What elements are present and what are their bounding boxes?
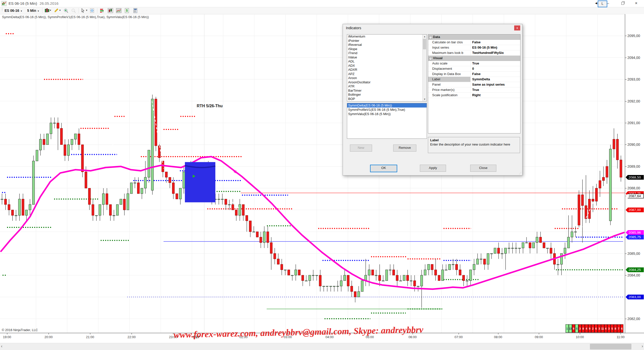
indicators-dialog[interactable]: Indicators x iMomentumiPointeriReversali… <box>343 24 522 176</box>
property-value[interactable]: SymmDelta <box>471 77 520 82</box>
instrument-dropdown[interactable]: ES 06-16▼ <box>5 8 22 13</box>
cursor-button[interactable]: ▼ <box>80 8 86 13</box>
price-axis[interactable]: 2095,002094,002093,002092,002091,002090,… <box>625 14 644 333</box>
scrollbar-thumb[interactable] <box>590 344 631 349</box>
dialog-title: Indicators <box>346 26 361 30</box>
time-tick: 11:00 <box>617 335 625 339</box>
scroll-left-icon[interactable]: ‹ <box>1 344 2 348</box>
applied-indicator-item[interactable]: SymmValu(ES 06-16 (5 Min)) <box>347 112 427 116</box>
dialog-close-button[interactable]: x <box>514 25 520 30</box>
time-tickmark <box>288 333 288 334</box>
property-value[interactable]: True <box>471 87 520 92</box>
horizontal-scrollbar[interactable]: ‹ › <box>0 343 644 350</box>
zoom-out-button[interactable] <box>71 8 76 13</box>
data-box-button[interactable] <box>90 8 95 13</box>
delta-cells-row: 11395384926311435876 <box>566 324 623 333</box>
indicator-list-item[interactable]: iSlope <box>347 47 427 51</box>
collapse-icon[interactable]: − <box>429 57 432 60</box>
property-row[interactable]: LabelSymmDelta <box>428 77 520 82</box>
delta-cell: 9 <box>572 324 575 333</box>
property-row[interactable]: Auto scaleTrue <box>428 61 520 66</box>
indicator-list-item[interactable]: ADX <box>347 64 427 68</box>
chart-analyzer-button[interactable] <box>116 8 122 13</box>
property-group-header[interactable]: −Data <box>428 34 520 40</box>
market-analyzer-button[interactable] <box>99 8 105 13</box>
indicator-list-item[interactable]: iMomentum <box>347 34 427 39</box>
applied-indicators-list[interactable]: SymmDelta(ES 06-16 (5 Min))SymmProfileV1… <box>347 103 427 139</box>
property-value[interactable]: False <box>471 40 520 45</box>
property-name: Maximum bars look b <box>428 50 471 55</box>
indicator-list-item[interactable]: BarTimer <box>347 89 427 93</box>
calculator-button[interactable] <box>133 8 138 13</box>
property-description-text: Enter the description of your new custom… <box>430 143 518 146</box>
property-row[interactable]: Scale justificationRight <box>428 93 520 98</box>
interval-dropdown[interactable]: 5 Min▼ <box>27 8 39 13</box>
indicator-list-item[interactable]: Bollinger <box>347 93 427 97</box>
property-value[interactable]: Same as input series <box>471 82 520 87</box>
indicator-list-item[interactable]: APZ <box>347 72 427 76</box>
indicator-list-item[interactable]: iReversal <box>347 43 427 47</box>
property-row[interactable]: PanelSame as input series <box>428 82 520 87</box>
indicator-list-item[interactable]: iValue <box>347 55 427 60</box>
property-row[interactable]: Input seriesES 06-16 (5 Min) <box>428 45 520 50</box>
new-button[interactable]: New <box>350 145 372 152</box>
minimize-button[interactable]: – <box>602 0 614 7</box>
applied-indicator-item[interactable]: SymmDelta(ES 06-16 (5 Min)) <box>347 103 427 108</box>
chart-window-button[interactable] <box>108 8 113 13</box>
property-group-header[interactable]: −Visual <box>428 56 520 61</box>
apply-button[interactable]: Apply <box>420 165 446 172</box>
ok-button[interactable]: OK <box>370 165 397 172</box>
indicator-list-item[interactable]: ATR <box>347 84 427 89</box>
remove-button[interactable]: Remove <box>393 145 416 152</box>
chevron-down-icon: ▼ <box>49 9 52 12</box>
property-row[interactable]: Maximum bars look bTwoHundredFiftySix <box>428 50 520 56</box>
indicator-list-item[interactable]: ADXR <box>347 68 427 72</box>
account-data-button[interactable]: $ <box>124 8 130 13</box>
delta-cell: 3 <box>578 324 582 333</box>
time-axis[interactable]: 19:0020:0021:0022:0023:005/2702:0003:000… <box>0 333 644 343</box>
toolbar-grip[interactable]: ⋮⋮ <box>1 8 2 13</box>
indicator-list-item[interactable]: iTrend <box>347 51 427 55</box>
indicator-list-item[interactable]: ADL <box>347 59 427 64</box>
property-value[interactable]: 0 <box>471 66 520 71</box>
close-window-button[interactable]: × <box>630 0 642 7</box>
property-row[interactable]: Price marker(s)True <box>428 87 520 93</box>
indicator-list-item[interactable]: iPointer <box>347 39 427 43</box>
scroll-right-icon[interactable]: › <box>642 344 643 348</box>
zoom-in-button[interactable] <box>63 8 69 13</box>
property-value[interactable]: True <box>471 61 520 66</box>
price-marker-badge: 2087,64 <box>626 194 644 198</box>
property-value[interactable]: ES 06-16 (5 Min) <box>471 45 520 50</box>
property-value[interactable]: Right <box>471 93 520 98</box>
list-scroll-thumb[interactable] <box>423 39 426 49</box>
chevron-down-icon: ▼ <box>37 10 39 12</box>
delta-cell: 4 <box>585 324 588 333</box>
chart-canvas[interactable] <box>0 14 625 333</box>
restore-button[interactable] <box>617 0 628 7</box>
dialog-resize-grip[interactable]: ⋰ <box>519 172 521 174</box>
indicator-list-item[interactable]: AroonOscillator <box>347 80 427 85</box>
collapse-icon[interactable]: − <box>429 36 432 39</box>
title-bar[interactable]: ES 06-16 (5 Min)26.05.2016 ◀ L – × <box>0 0 644 7</box>
indicator-list-item[interactable]: BOP <box>347 97 427 101</box>
property-row[interactable]: Calculate on bar closFalse <box>428 40 520 45</box>
time-tick: 03:00 <box>284 335 292 339</box>
property-row[interactable]: Displacement0 <box>428 66 520 72</box>
scroll-down-icon[interactable]: ▼ <box>423 97 427 101</box>
time-tickmark <box>498 333 498 334</box>
applied-indicator-item[interactable]: SymmProfileV1(ES 06-16 (5 Min),True) <box>347 108 427 112</box>
price-tick: 2085,00 <box>625 252 644 256</box>
property-row[interactable]: Display in Data BoxFalse <box>428 72 520 77</box>
time-tickmark <box>580 333 580 334</box>
chart-style-button[interactable]: ▼ <box>44 8 50 13</box>
property-value[interactable]: False <box>471 72 520 77</box>
property-value[interactable]: TwoHundredFiftySix <box>471 50 520 55</box>
list-scrollbar[interactable]: ▲ ▼ <box>422 34 427 101</box>
property-grid[interactable]: −DataCalculate on bar closFalseInput ser… <box>428 34 520 133</box>
price-chart[interactable] <box>0 14 625 333</box>
drawing-tools-button[interactable]: ▼ <box>54 8 59 13</box>
indicator-list-item[interactable]: Aroon <box>347 76 427 80</box>
scroll-up-icon[interactable]: ▲ <box>423 34 427 39</box>
available-indicators-list[interactable]: iMomentumiPointeriReversaliSlopeiTrendiV… <box>347 34 427 101</box>
close-button[interactable]: Close <box>470 165 496 172</box>
